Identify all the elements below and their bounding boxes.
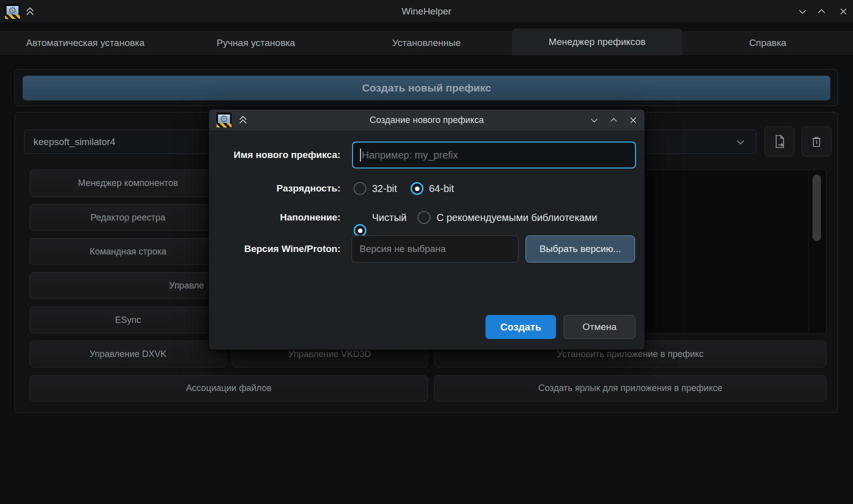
dxvk-button[interactable]: Управление DXVK	[30, 340, 226, 368]
create-prefix-dialog: ⚙ Создание нового префикса Имя нового пр…	[208, 109, 645, 350]
tab-manual-install[interactable]: Ручная установка	[170, 31, 341, 55]
create-new-prefix-button[interactable]: Создать новый префикс	[22, 76, 830, 100]
radio-recommended[interactable]	[418, 211, 430, 224]
esync-button[interactable]: ESync	[30, 306, 226, 334]
create-shortcut-button[interactable]: Создать ярлык для приложения в префиксе	[434, 375, 826, 402]
radio-64bit-label[interactable]: 64-bit	[429, 182, 454, 195]
radio-32bit-label[interactable]: 32-bit	[372, 182, 397, 195]
file-associations-button[interactable]: Ассоциации файлов	[30, 375, 428, 402]
tab-help[interactable]: Справка	[682, 31, 853, 55]
arch-label: Разрядность:	[209, 182, 340, 195]
version-field: Версия не выбрана	[352, 236, 518, 262]
cancel-button[interactable]: Отмена	[564, 315, 636, 339]
prefix-select-value: keepsoft_similator4	[34, 136, 116, 148]
tab-prefix-manager[interactable]: Менеджер префиксов	[512, 28, 682, 55]
components-manager-button[interactable]: Менеджер компонентов	[30, 170, 226, 197]
scrollbar-track	[808, 171, 809, 332]
dialog-title: Создание нового префикса	[209, 110, 644, 131]
tab-bar: Автоматическая установка Ручная установк…	[0, 23, 853, 55]
trash-icon	[808, 134, 824, 150]
chevron-down-icon	[734, 136, 747, 148]
dialog-maximize-icon[interactable]	[608, 114, 620, 126]
dialog-titlebar: ⚙ Создание нового префикса	[209, 110, 644, 131]
close-icon[interactable]	[838, 6, 850, 18]
create-prefix-panel: Создать новый префикс	[14, 69, 838, 106]
dialog-minimize-icon[interactable]	[588, 114, 600, 126]
command-line-button[interactable]: Командная строка	[30, 238, 226, 265]
registry-editor-button[interactable]: Редактор реестра	[30, 204, 226, 231]
tab-auto-install[interactable]: Автоматическая установка	[0, 31, 170, 55]
fill-label: Наполнение:	[209, 211, 340, 224]
prefix-name-placeholder: Например: my_prefix	[362, 150, 458, 161]
delete-prefix-button[interactable]	[802, 126, 832, 156]
radio-64bit[interactable]	[410, 182, 424, 195]
radio-recommended-label[interactable]: С рекомендуемыми библиотеками	[436, 211, 597, 224]
minimize-icon[interactable]	[796, 6, 808, 18]
maximize-icon[interactable]	[816, 6, 828, 18]
create-button[interactable]: Создать	[486, 315, 556, 339]
new-file-button[interactable]	[764, 126, 794, 156]
scrollbar-thumb[interactable]	[812, 174, 821, 241]
choose-version-button[interactable]: Выбрать версию...	[526, 236, 635, 262]
radio-clean-label[interactable]: Чистый	[372, 211, 406, 224]
tab-installed[interactable]: Установленные	[341, 31, 512, 55]
version-label: Версия Wine/Proton:	[209, 242, 340, 256]
version-value: Версия не выбрана	[360, 244, 446, 254]
prefix-name-input[interactable]: Например: my_prefix	[352, 142, 636, 168]
radio-32bit[interactable]	[354, 182, 366, 195]
main-titlebar: ⚙ WineHelper	[0, 0, 853, 23]
dialog-close-icon[interactable]	[627, 114, 639, 126]
window-title: WineHelper	[0, 0, 853, 23]
new-file-icon	[772, 134, 788, 150]
text-caret	[360, 148, 361, 162]
prefix-name-label: Имя нового префикса:	[209, 148, 340, 162]
